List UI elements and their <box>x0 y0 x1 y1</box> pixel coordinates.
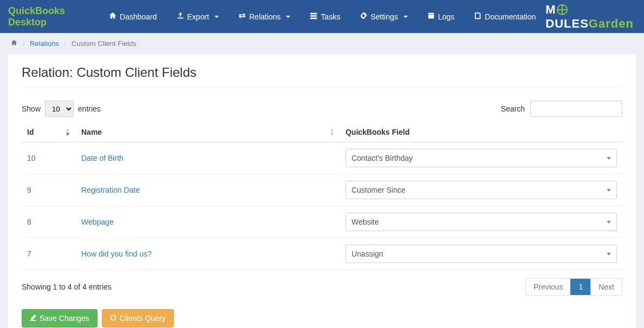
breadcrumb-relations[interactable]: Relations <box>30 40 59 48</box>
nav-logs[interactable]: Logs <box>418 1 464 32</box>
select-value: Contact's Birthday <box>352 154 413 162</box>
nav-label: Dashboard <box>120 12 157 21</box>
exchange-icon <box>238 12 246 21</box>
nav-label: Documentation <box>485 12 536 21</box>
chevron-down-icon <box>607 189 611 192</box>
clients-query-button[interactable]: Clients Query <box>102 309 174 327</box>
table-row: 10Date of BirthContact's Birthday <box>22 142 622 174</box>
col-qb: QuickBooks Field <box>340 122 622 142</box>
home-icon <box>11 40 17 46</box>
table-row: 9Registration DateCustomer Since <box>22 174 622 206</box>
breadcrumb: / Relations / Custom Client Fields <box>0 33 644 54</box>
main-panel: Relation: Custom Client Fields Show 10 e… <box>8 54 636 328</box>
entries-label: entries <box>78 104 101 113</box>
top-navbar: QuickBooks Desktop Dashboard Export Rela… <box>0 0 644 33</box>
tasks-icon <box>310 12 317 21</box>
action-buttons: Save Changes Clients Query <box>22 309 622 327</box>
show-label: Show <box>22 104 41 113</box>
nav-export[interactable]: Export <box>167 1 229 32</box>
search-label: Search <box>501 104 525 113</box>
nav-label: Export <box>187 12 209 21</box>
nav-label: Settings <box>370 12 398 21</box>
table-row: 7How did you find us?Unassign <box>22 238 622 270</box>
qb-field-select[interactable]: Unassign <box>346 245 617 263</box>
brand-title[interactable]: QuickBooks Desktop <box>8 5 88 28</box>
search-input[interactable] <box>530 101 622 117</box>
logo-text: Garden <box>589 17 634 30</box>
gear-icon <box>360 12 367 21</box>
row-id-link[interactable]: 7 <box>27 250 31 258</box>
chevron-down-icon <box>607 221 611 224</box>
nav-documentation[interactable]: Documentation <box>464 1 545 32</box>
row-name-link[interactable]: Webpage <box>81 218 114 226</box>
qb-field-select[interactable]: Customer Since <box>346 181 617 199</box>
chevron-down-icon <box>607 253 611 255</box>
nav-settings[interactable]: Settings <box>350 1 418 32</box>
row-name-link[interactable]: How did you find us? <box>81 250 152 258</box>
home-icon <box>109 12 116 21</box>
pencil-icon <box>30 314 36 323</box>
table-controls: Show 10 entries Search <box>22 101 622 117</box>
relations-table: Id ▲▼ Name ▲▼ QuickBooks Field 10Date of… <box>22 122 622 270</box>
col-name[interactable]: Name ▲▼ <box>76 122 340 142</box>
select-value: Website <box>352 218 379 226</box>
row-id-link[interactable]: 10 <box>27 154 36 162</box>
pagination: Previous 1 Next <box>525 278 622 296</box>
search-box: Search <box>501 101 622 117</box>
page-next[interactable]: Next <box>590 279 622 295</box>
row-name-link[interactable]: Registration Date <box>81 186 140 194</box>
table-row: 8WebpageWebsite <box>22 206 622 238</box>
page-prev[interactable]: Previous <box>526 279 570 295</box>
row-name-link[interactable]: Date of Birth <box>81 154 123 162</box>
globe-icon <box>557 4 568 15</box>
select-value: Unassign <box>352 250 383 258</box>
sort-icon: ▲▼ <box>329 128 335 136</box>
chevron-down-icon <box>404 16 408 18</box>
length-select[interactable]: 10 <box>45 101 74 117</box>
button-label: Clients Query <box>120 314 166 323</box>
logo-text: DULES <box>545 17 589 30</box>
nav-relations[interactable]: Relations <box>229 1 300 32</box>
nav-label: Tasks <box>321 12 340 21</box>
breadcrumb-sep: / <box>64 40 67 48</box>
modulesgarden-logo[interactable]: MDULESGarden <box>545 3 636 31</box>
col-label: QuickBooks Field <box>346 128 409 136</box>
button-label: Save Changes <box>40 314 89 323</box>
page-current[interactable]: 1 <box>570 279 590 295</box>
col-id[interactable]: Id ▲▼ <box>22 122 76 142</box>
row-id-link[interactable]: 8 <box>27 218 31 226</box>
qb-field-select[interactable]: Contact's Birthday <box>346 149 617 167</box>
breadcrumb-home[interactable] <box>11 40 19 48</box>
chevron-down-icon <box>286 16 290 18</box>
col-label: Id <box>27 128 34 136</box>
save-button[interactable]: Save Changes <box>22 309 97 327</box>
nav-menu: Dashboard Export Relations Tasks <box>99 1 545 32</box>
book-icon <box>474 12 482 21</box>
sort-icon: ▲▼ <box>65 128 70 136</box>
nav-tasks[interactable]: Tasks <box>300 1 350 32</box>
logo-text: M <box>545 3 556 16</box>
table-footer: Showing 1 to 4 of 4 entries Previous 1 N… <box>22 278 622 296</box>
page-title: Relation: Custom Client Fields <box>22 65 622 87</box>
calendar-icon <box>427 12 435 21</box>
qb-field-select[interactable]: Website <box>346 213 617 231</box>
row-id-link[interactable]: 9 <box>27 186 31 194</box>
upload-icon <box>177 12 184 21</box>
breadcrumb-current: Custom Client Fields <box>71 40 136 48</box>
nav-label: Relations <box>249 12 281 21</box>
chevron-down-icon <box>214 16 219 18</box>
col-label: Name <box>81 128 102 136</box>
chevron-down-icon <box>607 157 611 160</box>
nav-label: Logs <box>438 12 454 21</box>
length-menu: Show 10 entries <box>22 101 101 117</box>
select-value: Customer Since <box>352 186 406 194</box>
breadcrumb-sep: / <box>23 40 25 48</box>
nav-dashboard[interactable]: Dashboard <box>99 1 167 32</box>
table-info: Showing 1 to 4 of 4 entries <box>22 283 112 291</box>
refresh-icon <box>110 314 116 323</box>
